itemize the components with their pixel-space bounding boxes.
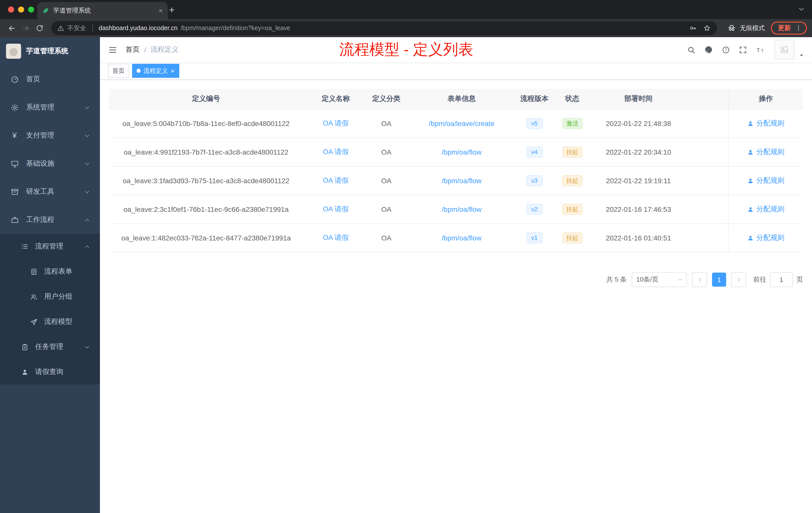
definition-name-link[interactable]: OA 请假 xyxy=(323,148,349,157)
form-link[interactable]: /bpm/oa/flow xyxy=(442,148,482,156)
tab-title: 芋道管理系统 xyxy=(53,6,155,15)
search-icon[interactable] xyxy=(687,46,696,54)
status-badge: 挂起 xyxy=(562,147,582,158)
definition-name-link[interactable]: OA 请假 xyxy=(323,119,349,128)
sidebar-item-label: 支付管理 xyxy=(26,131,54,140)
column-header-status: 状态 xyxy=(550,89,594,109)
tab-favicon-icon xyxy=(42,7,49,14)
new-tab-button[interactable]: + xyxy=(166,4,178,16)
incognito-label: 无痕模式 xyxy=(740,24,765,32)
page-content: 定义编号 定义名称 定义分类 表单信息 流程版本 状态 部署时间 操作 oa_l… xyxy=(100,80,812,513)
definition-category: OA xyxy=(368,110,405,138)
avatar[interactable] xyxy=(774,40,794,60)
zoom-window-button[interactable] xyxy=(28,6,34,12)
security-label[interactable]: 不安全 xyxy=(67,24,86,32)
sidebar-item-process-management[interactable]: 流程管理 xyxy=(0,234,100,259)
help-icon[interactable]: ? xyxy=(722,46,730,54)
star-icon[interactable] xyxy=(703,24,711,32)
assign-rule-link[interactable]: 分配规则 xyxy=(747,148,784,157)
forward-button[interactable] xyxy=(19,22,32,35)
navbar-actions: ? TT xyxy=(687,40,804,60)
form-link[interactable]: /bpm/oa/flow xyxy=(442,234,482,242)
form-link[interactable]: /bpm/oa/flow xyxy=(442,205,482,213)
update-label[interactable]: 更新 xyxy=(778,24,791,33)
table-header-row: 定义编号 定义名称 定义分类 表单信息 流程版本 状态 部署时间 操作 xyxy=(109,89,803,110)
browser-tab[interactable]: 芋道管理系统 × xyxy=(37,2,168,19)
sidebar-item-process-model[interactable]: 流程模型 xyxy=(0,309,100,334)
font-size-icon[interactable]: TT xyxy=(756,46,766,54)
briefcase-icon xyxy=(10,215,19,224)
definition-id: oa_leave:2:3c1f0ef1-76b1-11ec-9c66-a2380… xyxy=(109,195,303,223)
definition-name-link[interactable]: OA 请假 xyxy=(323,233,349,242)
svg-text:?: ? xyxy=(725,48,727,52)
hamburger-icon[interactable] xyxy=(108,45,117,55)
user-icon xyxy=(747,120,754,127)
goto-page-input[interactable] xyxy=(770,272,793,287)
page-number-button[interactable]: 1 xyxy=(712,273,726,286)
browser-menu-icon[interactable] xyxy=(795,25,802,32)
version-badge[interactable]: v4 xyxy=(526,147,543,158)
table-row: oa_leave:4:991f2193-7b7f-11ec-a3c8-acde4… xyxy=(109,138,803,167)
reload-button[interactable] xyxy=(33,22,46,35)
sidebar-item-home[interactable]: 首页 xyxy=(0,65,100,93)
sidebar-item-user-group[interactable]: 用户分组 xyxy=(0,284,100,309)
user-icon xyxy=(747,177,754,184)
next-page-button[interactable] xyxy=(731,272,746,287)
incognito-icon xyxy=(727,24,736,33)
column-header-form: 表单信息 xyxy=(405,89,519,109)
assign-rule-link[interactable]: 分配规则 xyxy=(747,119,784,128)
version-badge[interactable]: v2 xyxy=(526,204,543,215)
chevron-down-icon xyxy=(677,277,683,282)
assign-rule-link[interactable]: 分配规则 xyxy=(747,233,784,242)
yen-icon: ¥ xyxy=(10,131,19,140)
gear-icon xyxy=(10,103,19,112)
sidebar-item-system[interactable]: 系统管理 xyxy=(0,93,100,121)
goto-unit: 页 xyxy=(796,275,803,284)
assign-rule-link[interactable]: 分配规则 xyxy=(747,205,784,214)
deploy-time: 2022-01-22 19:19:11 xyxy=(594,167,683,195)
prev-page-button[interactable] xyxy=(692,272,707,287)
definition-id: oa_leave:4:991f2193-7b7f-11ec-a3c8-acde4… xyxy=(109,138,303,166)
svg-text:T: T xyxy=(756,47,760,53)
caret-down-icon[interactable] xyxy=(799,53,804,58)
fullscreen-icon[interactable] xyxy=(739,46,747,54)
update-chip[interactable]: 更新 xyxy=(771,22,807,35)
page-annotation: 流程模型 - 定义列表 xyxy=(339,39,473,60)
tab-close-icon[interactable]: × xyxy=(159,7,163,14)
tag-process-definition[interactable]: 流程定义 × xyxy=(132,64,179,78)
sidebar-item-process-form[interactable]: 流程表单 xyxy=(0,259,100,284)
breadcrumb-home[interactable]: 首页 xyxy=(125,45,140,54)
sidebar-item-payment[interactable]: ¥ 支付管理 xyxy=(0,121,100,150)
column-header-id: 定义编号 xyxy=(109,89,303,109)
version-badge[interactable]: v1 xyxy=(526,233,543,244)
sidebar: 芋道管理系统 首页 系统管理 ¥ 支付管理 xyxy=(0,37,100,513)
form-link[interactable]: /bpm/oa/flow xyxy=(442,177,482,185)
address-bar[interactable]: 不安全 dashboard.yudao.iocoder.cn/bpm/manag… xyxy=(51,21,717,35)
page-size-select[interactable]: 10条/页 xyxy=(632,272,687,287)
sidebar-item-leave-query[interactable]: 请假查询 xyxy=(0,359,100,385)
app-logo[interactable]: 芋道管理系统 xyxy=(0,37,100,65)
sidebar-item-task-management[interactable]: 任务管理 xyxy=(0,334,100,359)
goto-label: 前往 xyxy=(753,275,766,284)
tab-search-icon[interactable] xyxy=(798,5,805,12)
back-button[interactable] xyxy=(5,22,18,35)
definition-name-link[interactable]: OA 请假 xyxy=(323,205,349,214)
form-link[interactable]: /bpm/oa/leave/create xyxy=(429,119,495,127)
sidebar-item-devtools[interactable]: 研发工具 xyxy=(0,178,100,206)
key-icon[interactable] xyxy=(689,24,697,32)
tag-close-icon[interactable]: × xyxy=(171,67,174,74)
minimize-window-button[interactable] xyxy=(18,6,24,12)
breadcrumb: 首页 / 流程定义 xyxy=(125,45,179,54)
workflow-submenu: 流程管理 流程表单 用户分组 xyxy=(0,234,100,385)
main-area: 首页 / 流程定义 流程模型 - 定义列表 ? xyxy=(100,37,812,513)
version-badge[interactable]: v5 xyxy=(526,118,543,129)
sidebar-item-label: 研发工具 xyxy=(26,187,54,196)
tag-home[interactable]: 首页 xyxy=(108,64,129,78)
github-icon[interactable] xyxy=(704,45,713,54)
version-badge[interactable]: v3 xyxy=(526,175,543,186)
assign-rule-link[interactable]: 分配规则 xyxy=(747,176,784,185)
close-window-button[interactable] xyxy=(8,6,14,12)
sidebar-item-infrastructure[interactable]: 基础设施 xyxy=(0,150,100,178)
sidebar-item-workflow[interactable]: 工作流程 xyxy=(0,206,100,234)
definition-name-link[interactable]: OA 请假 xyxy=(323,176,349,185)
